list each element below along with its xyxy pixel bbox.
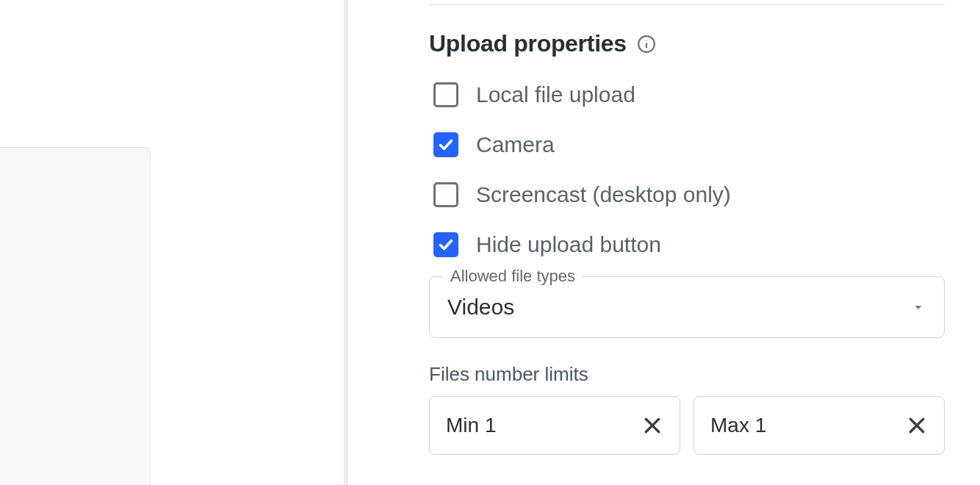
panel-divider [344, 0, 348, 485]
min-files-input[interactable]: Min 1 [429, 396, 680, 455]
section-title-row: Upload properties [429, 30, 945, 57]
info-icon[interactable] [637, 35, 656, 54]
option-local-file-upload[interactable]: Local file upload [433, 82, 945, 107]
max-files-input[interactable]: Max 1 [693, 396, 945, 455]
option-label: Camera [476, 132, 555, 157]
check-icon [437, 136, 455, 154]
checkbox-local-file-upload[interactable] [433, 82, 458, 107]
option-screencast[interactable]: Screencast (desktop only) [433, 182, 945, 207]
clear-icon[interactable] [641, 414, 663, 436]
option-label: Local file upload [476, 82, 635, 107]
checkbox-hide-upload-button[interactable] [433, 232, 458, 257]
option-label: Hide upload button [476, 232, 661, 257]
option-camera[interactable]: Camera [433, 132, 945, 157]
checkbox-camera[interactable] [433, 132, 458, 157]
allowed-file-types-value: Videos [447, 295, 514, 320]
max-files-text: Max 1 [710, 414, 766, 437]
separator [429, 4, 945, 5]
chevron-down-icon [910, 299, 926, 315]
clear-icon[interactable] [906, 414, 928, 436]
svg-point-2 [646, 40, 646, 40]
properties-panel: Upload properties Local file upload Came… [363, 0, 980, 485]
option-hide-upload-button[interactable]: Hide upload button [433, 232, 945, 257]
preview-card-edge [0, 147, 151, 485]
option-label: Screencast (desktop only) [476, 182, 731, 207]
min-files-text: Min 1 [446, 414, 496, 437]
files-number-limits-label: Files number limits [429, 363, 945, 386]
allowed-file-types-legend: Allowed file types [443, 267, 583, 286]
files-number-limits-row: Min 1 Max 1 [429, 396, 945, 455]
allowed-file-types-select[interactable]: Allowed file types Videos [429, 276, 945, 338]
section-title: Upload properties [429, 30, 627, 57]
checkbox-screencast[interactable] [433, 182, 458, 207]
check-icon [437, 236, 455, 254]
